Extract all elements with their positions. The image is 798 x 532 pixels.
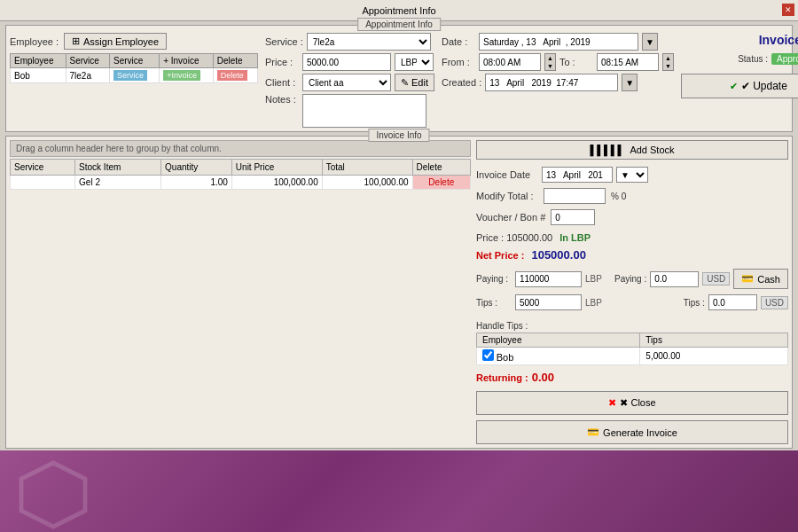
invoice-button[interactable]: +Invoice	[163, 70, 200, 81]
invoice-row: Gel 2 1.00 100,000.00 100,000.00 Delete	[11, 176, 471, 190]
to-time-down[interactable]: ▼	[663, 62, 673, 70]
close-button[interactable]: ✖ ✖ Close	[476, 391, 788, 415]
service-button[interactable]: Service	[113, 70, 147, 81]
handle-tips-label: Handle Tips :	[476, 321, 788, 331]
price-input[interactable]	[302, 53, 391, 71]
generate-invoice-button[interactable]: 💳 Generate Invoice	[476, 420, 788, 444]
row-delete-button[interactable]: Delete	[412, 176, 470, 190]
paying-lbp-input[interactable]	[515, 271, 582, 287]
tips-lbp-input[interactable]	[515, 294, 582, 310]
employee-service: 7le2a	[66, 68, 110, 83]
modify-total-label: Modify Total :	[476, 191, 538, 201]
from-time-up[interactable]: ▲	[545, 54, 555, 62]
to-label: To :	[559, 57, 593, 67]
tips-employee-name: Bob	[497, 352, 514, 363]
row-quantity: 1.00	[161, 176, 232, 190]
invoice-date-input[interactable]	[542, 167, 613, 183]
window-close-button[interactable]: ✕	[782, 4, 794, 16]
tips-lbp-currency: LBP	[585, 298, 602, 308]
paying-usd-currency: USD	[702, 272, 730, 286]
created-input[interactable]	[485, 74, 618, 91]
paying-usd-input[interactable]	[650, 271, 699, 287]
invoice-section: Invoice Info Drag a column header here t…	[5, 136, 793, 449]
form-panel: Service : 7le2a Price : LBP Client : Cli…	[265, 33, 434, 128]
returning-row: Returning : 0.00	[476, 371, 788, 384]
col-service: Service	[66, 54, 110, 68]
hex-logo	[18, 459, 89, 530]
created-label: Created :	[442, 77, 481, 88]
add-stock-button[interactable]: ▌▌▌▌▌ Add Stock	[476, 140, 788, 160]
paying-lbp-currency: LBP	[585, 274, 602, 284]
col-service-btn: Service	[110, 54, 160, 68]
date-panel: Date : ▼ From : ▲ ▼ To : ▲ ▼	[442, 33, 674, 128]
appointment-section-title: Appointment Info	[357, 18, 441, 31]
col-service: Service	[11, 160, 75, 176]
currency-select[interactable]: LBP	[395, 53, 434, 71]
tips-lbp-label: Tips :	[476, 298, 512, 308]
price-label: Price :	[265, 57, 299, 67]
invoice-date-label: Invoice Date	[476, 169, 538, 180]
close-x-icon: ✖	[608, 397, 616, 409]
update-button[interactable]: ✔ ✔ Update	[681, 74, 798, 98]
cash-icon: 💳	[741, 273, 754, 285]
client-select[interactable]: Client aa	[302, 74, 391, 91]
from-time-down[interactable]: ▼	[545, 62, 555, 70]
price-lbp-display: Price : 105000.00	[476, 232, 552, 243]
barcode-icon: ▌▌▌▌▌	[590, 145, 624, 155]
voucher-label: Voucher / Bon #	[476, 212, 545, 223]
delete-button[interactable]: Delete	[217, 70, 247, 81]
row-stock-item: Gel 2	[75, 176, 161, 190]
tips-table: Employee Tips Bob 5,000.00	[476, 332, 788, 365]
date-input[interactable]	[479, 33, 638, 51]
service-select[interactable]: 7le2a	[307, 33, 431, 51]
calendar-button[interactable]: ▼	[642, 33, 658, 51]
employee-name: Bob	[11, 68, 66, 83]
to-time-up[interactable]: ▲	[663, 54, 673, 62]
col-stock-item: Stock Item	[75, 160, 161, 176]
window-title: Appointment Info	[362, 5, 435, 16]
employee-panel: Employee : ⊞ Assign Employee Employee Se…	[10, 33, 258, 128]
invoice-date-year-select[interactable]: ▼	[616, 167, 648, 183]
invoice-icon: 💳	[587, 426, 599, 438]
col-employee: Employee	[11, 54, 66, 68]
tips-usd-input[interactable]	[708, 294, 757, 310]
returning-value: 0.00	[532, 371, 554, 384]
col-unit-price: Unit Price	[231, 160, 322, 176]
in-lbp-label: In LBP	[559, 232, 591, 243]
col-delete: Delete	[412, 160, 470, 176]
table-icon: ⊞	[72, 35, 80, 47]
edit-client-button[interactable]: ✎ Edit	[395, 74, 434, 91]
tips-usd-currency: USD	[761, 296, 788, 309]
status-label: Status :	[738, 54, 768, 64]
row-total: 100,000.00	[322, 176, 412, 190]
svg-marker-0	[21, 463, 85, 527]
tips-checkbox[interactable]	[482, 349, 494, 361]
from-time-input[interactable]	[479, 53, 541, 71]
modify-pct-label: % 0	[611, 192, 626, 201]
to-time-input[interactable]	[597, 53, 659, 71]
drag-hint: Drag a column header here to group by th…	[10, 140, 471, 157]
tips-usd-label: Tips :	[684, 298, 705, 308]
table-row: Bob 7le2a Service +Invoice Delete	[11, 68, 258, 83]
employee-label: Employee :	[10, 36, 59, 47]
from-label: From :	[442, 57, 475, 67]
created-calendar-button[interactable]: ▼	[622, 74, 638, 91]
invoice-number: Invoice # 185	[681, 33, 798, 47]
tips-row: Bob 5,000.00	[477, 348, 788, 365]
employee-table: Employee Service Service + Invoice Delet…	[10, 53, 258, 83]
service-label: Service :	[265, 36, 303, 47]
action-buttons: ✖ ✖ Close 💳 Generate Invoice	[476, 391, 788, 444]
net-price-value: 105000.00	[531, 248, 585, 262]
invoice-controls: ▌▌▌▌▌ Add Stock Invoice Date ▼ Modify To…	[476, 140, 788, 444]
col-invoice-btn: + Invoice	[160, 54, 214, 68]
assign-employee-button[interactable]: ⊞ Assign Employee	[64, 33, 167, 50]
voucher-input[interactable]	[551, 209, 595, 225]
notes-textarea[interactable]	[302, 94, 426, 128]
client-label: Client :	[265, 77, 299, 88]
col-delete: Delete	[213, 54, 257, 68]
cash-button[interactable]: 💳 Cash	[733, 269, 788, 289]
tips-amount: 5,000.00	[640, 348, 788, 365]
invoice-panel: Invoice # 185 Status : Approved ✔ ✔ Upda…	[681, 33, 798, 128]
modify-total-input[interactable]	[544, 188, 606, 204]
returning-label: Returning :	[476, 372, 528, 383]
